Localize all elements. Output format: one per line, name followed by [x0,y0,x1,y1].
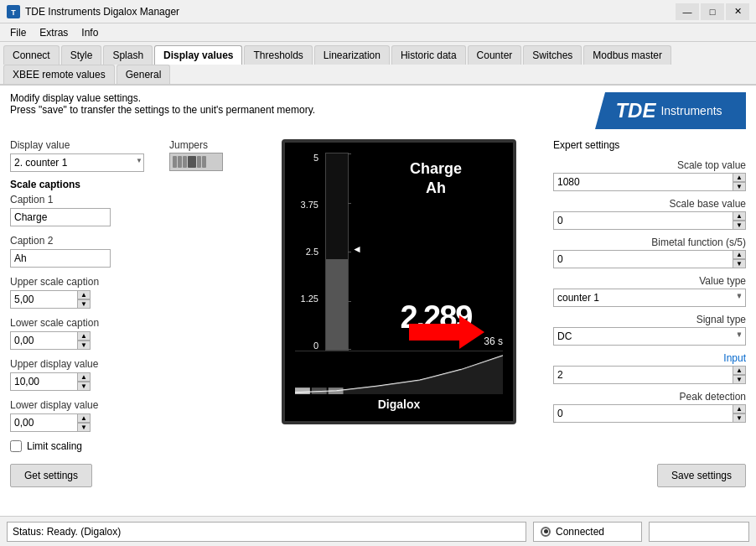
value-type-label: Value type [553,275,746,287]
svg-rect-6 [329,387,344,394]
charge-label: Charge Ah [369,159,503,199]
get-settings-button[interactable]: Get settings [10,464,92,487]
lower-scale-down-btn[interactable]: ▼ [77,341,91,350]
bimetal-input[interactable] [553,250,733,268]
bimetal-down-btn[interactable]: ▼ [733,259,746,268]
scale-base-up-btn[interactable]: ▲ [733,211,746,221]
value-type-dropdown[interactable]: counter 1 counter 2 channel 1 [553,289,746,307]
scale-captions-label: Scale captions [10,179,245,190]
tab-connect[interactable]: Connect [3,45,60,65]
tab-splash[interactable]: Splash [103,45,153,65]
upper-scale-up-btn[interactable]: ▲ [77,290,91,299]
input-value-input[interactable] [553,366,733,384]
status-bar: Status: Ready. (Digalox) Connected [0,516,756,546]
minimize-button[interactable]: — [676,3,699,20]
peak-detection-up-btn[interactable]: ▲ [733,404,746,413]
tab-linearization[interactable]: Linearization [314,45,390,65]
upper-display-value-input[interactable] [10,372,77,391]
right-panel: Expert settings Scale top value ▲ ▼ Scal… [553,139,746,457]
connected-box: Connected [533,522,642,542]
tab-display-values[interactable]: Display values [154,45,242,65]
scale-base-input[interactable] [553,211,733,230]
peak-detection-label: Peak detection [553,391,746,403]
lower-display-up-btn[interactable]: ▲ [77,413,91,423]
upper-display-down-btn[interactable]: ▼ [77,382,91,391]
close-button[interactable]: ✕ [726,3,749,20]
upper-scale-caption-label: Upper scale caption [10,276,245,288]
tab-xbee[interactable]: XBEE remote values [3,65,115,84]
caption2-label: Caption 2 [10,235,245,247]
peak-detection-down-btn[interactable]: ▼ [733,413,746,423]
bimetal-up-btn[interactable]: ▲ [733,250,746,259]
scale-25: 2.5 [295,247,318,257]
device-name: Digalox [295,394,503,411]
svg-rect-4 [295,387,310,394]
save-settings-button[interactable]: Save settings [657,464,746,487]
svg-rect-5 [312,387,327,394]
info-text: Modify display value settings. Press "sa… [10,92,315,116]
limit-scaling-label: Limit scaling [27,440,82,452]
lower-scale-caption-label: Lower scale caption [10,317,245,329]
bar-chart [325,153,349,351]
logo-tde: TDE [615,99,655,122]
center-panel: 5 3.75 2.5 1.25 0 [258,139,540,457]
lower-scale-caption-input[interactable] [10,331,77,350]
tab-bar: Connect Style Splash Display values Thre… [0,42,756,86]
extra-status-box [649,522,749,542]
scale-base-label: Scale base value [553,198,746,210]
lower-scale-up-btn[interactable]: ▲ [77,331,91,341]
logo-instruments: Instruments [660,104,722,117]
caption1-label: Caption 1 [10,194,245,205]
title-bar: T TDE Instruments Digalox Manager — □ ✕ [0,0,756,23]
status-text: Status: Ready. (Digalox) [13,526,121,538]
bimetal-label: Bimetal function (s/5) [553,237,746,248]
caption2-input[interactable] [10,249,111,268]
menu-file[interactable]: File [3,25,33,40]
tab-style[interactable]: Style [61,45,102,65]
app-icon: T [7,5,20,18]
expert-settings-label: Expert settings [553,139,746,151]
upper-scale-caption-input[interactable] [10,290,77,309]
scale-125: 1.25 [295,294,318,304]
scale-top-down-btn[interactable]: ▼ [733,182,746,191]
menu-info[interactable]: Info [75,25,105,40]
menu-bar: File Extras Info [0,23,756,42]
svg-text:T: T [11,8,16,17]
scale-top-label: Scale top value [553,159,746,171]
window-title: TDE Instruments Digalox Manager [25,6,179,18]
signal-type-dropdown[interactable]: DC AC RMS [553,327,746,346]
input-down-btn[interactable]: ▼ [733,375,746,384]
tab-historic-data[interactable]: Historic data [391,45,466,65]
caption1-input[interactable] [10,208,111,226]
input-up-btn[interactable]: ▲ [733,366,746,375]
svg-marker-2 [409,315,484,349]
tab-modbus-master[interactable]: Modbus master [583,45,671,65]
scale-base-down-btn[interactable]: ▼ [733,221,746,230]
upper-display-up-btn[interactable]: ▲ [77,372,91,382]
upper-display-value-label: Upper display value [10,358,245,370]
scale-375: 3.75 [295,200,318,210]
connected-radio [541,527,551,537]
menu-extras[interactable]: Extras [33,25,75,40]
scale-top-input[interactable] [553,173,733,191]
display-value-dropdown[interactable]: 2. counter 1 1. channel 1 3. channel 2 [10,153,144,172]
tab-counter[interactable]: Counter [468,45,522,65]
jumpers-label: Jumpers [169,139,223,151]
jumpers-display [169,153,223,171]
upper-scale-down-btn[interactable]: ▼ [77,299,91,309]
display-value-label: Display value [10,139,144,151]
scale-5: 5 [295,153,318,163]
bottom-graph [295,351,503,394]
scale-top-up-btn[interactable]: ▲ [733,173,746,182]
limit-scaling-checkbox[interactable] [10,440,22,452]
tab-thresholds[interactable]: Thresholds [244,45,312,65]
input-label: Input [553,352,746,364]
tab-general[interactable]: General [117,65,171,84]
tab-switches[interactable]: Switches [523,45,582,65]
lower-display-down-btn[interactable]: ▼ [77,423,91,432]
scale-arrow: ◄ [352,153,362,351]
connected-label: Connected [556,526,604,538]
peak-detection-input[interactable] [553,404,733,423]
lower-display-value-input[interactable] [10,413,77,432]
maximize-button[interactable]: □ [701,3,724,20]
